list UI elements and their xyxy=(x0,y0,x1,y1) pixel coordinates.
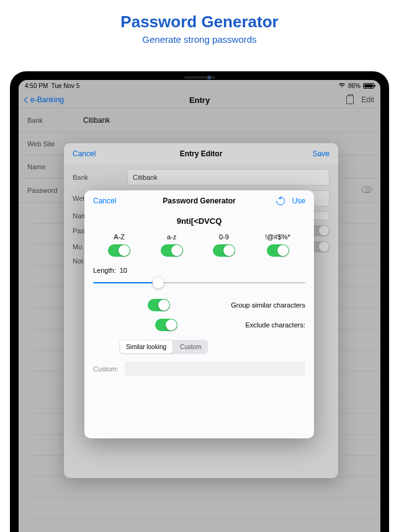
status-right: 86% xyxy=(338,82,374,89)
switch-sym[interactable] xyxy=(267,244,289,257)
device-camera xyxy=(207,76,211,79)
toggle-digit: 0-9 xyxy=(213,233,235,257)
length-slider[interactable] xyxy=(93,277,305,289)
slider-thumb[interactable] xyxy=(153,277,164,288)
bank-input[interactable]: Citibank xyxy=(127,169,330,185)
nav-bar: e-Banking Entry Edit xyxy=(19,92,380,109)
back-label: e-Banking xyxy=(30,95,64,104)
generated-password: 9nti[<DVCQ xyxy=(84,211,314,233)
field-label: Bank xyxy=(27,117,83,124)
custom-row: Custom: xyxy=(84,354,314,384)
toggle-label: 0-9 xyxy=(213,233,235,241)
device-screen: 4:50 PM Tue Nov 5 86% e-Banking Entry Ed… xyxy=(19,80,380,532)
length-label: Length: xyxy=(93,267,116,274)
modal-title: Entry Editor xyxy=(180,149,223,158)
toggle-sym: !@#$%* xyxy=(265,233,290,257)
toggle-upper: A-Z xyxy=(108,233,130,257)
promo-subtitle: Generate strong passwords xyxy=(0,34,399,45)
editor-row-bank: Bank Citibank xyxy=(64,169,338,185)
field-value: Citibank xyxy=(83,116,110,125)
entry-row-bank: Bank Citibank xyxy=(19,109,380,133)
modal-header: Cancel Password Generator Use xyxy=(84,190,314,211)
switch-digit[interactable] xyxy=(213,244,235,257)
field-label: Bank xyxy=(73,174,127,181)
exclude-row: Exclude characters: xyxy=(84,315,314,335)
switch-group[interactable] xyxy=(148,299,170,311)
custom-label: Custom: xyxy=(93,365,119,373)
use-button[interactable]: Use xyxy=(292,197,305,205)
eye-icon[interactable] xyxy=(362,186,372,195)
chevron-left-icon xyxy=(24,97,30,103)
seg-similar[interactable]: Similar looking xyxy=(120,340,173,353)
password-generator-modal: Cancel Password Generator Use 9nti[<DVCQ… xyxy=(84,190,314,438)
exclude-segmented[interactable]: Similar looking Custom xyxy=(119,340,208,354)
slider-fill xyxy=(93,282,157,283)
ipad-frame: 4:50 PM Tue Nov 5 86% e-Banking Entry Ed… xyxy=(10,71,389,532)
back-button[interactable]: e-Banking xyxy=(25,95,64,104)
custom-input[interactable] xyxy=(125,361,305,376)
refresh-icon[interactable] xyxy=(274,195,287,207)
status-time: 4:50 PM Tue Nov 5 xyxy=(25,82,79,89)
battery-icon xyxy=(363,83,374,89)
cancel-button[interactable]: Cancel xyxy=(73,149,96,158)
toggle-label: a-z xyxy=(161,233,183,241)
trash-icon[interactable] xyxy=(346,95,354,104)
modal-header: Cancel Entry Editor Save xyxy=(64,143,338,164)
save-button[interactable]: Save xyxy=(313,149,330,158)
promo-header: Password Generator Generate strong passw… xyxy=(0,0,399,52)
promo-title: Password Generator xyxy=(0,12,399,32)
status-bar: 4:50 PM Tue Nov 5 86% xyxy=(19,80,380,92)
length-value: 10 xyxy=(120,267,127,274)
switch-exclude[interactable] xyxy=(155,319,177,331)
group-similar-row: Group similar characters xyxy=(84,295,314,315)
wifi-icon xyxy=(338,82,346,89)
group-label: Group similar characters xyxy=(231,301,305,309)
toggle-label: A-Z xyxy=(108,233,130,241)
nav-title: Entry xyxy=(189,95,210,105)
toggle-label: !@#$%* xyxy=(265,233,290,241)
switch-lower[interactable] xyxy=(161,244,183,257)
seg-custom[interactable]: Custom xyxy=(173,340,208,354)
charset-toggles: A-Z a-z 0-9 !@#$%* xyxy=(84,233,314,257)
switch-upper[interactable] xyxy=(108,244,130,257)
modal-title: Password Generator xyxy=(163,197,235,205)
toggle-lower: a-z xyxy=(161,233,183,257)
battery-percent: 86% xyxy=(348,82,361,89)
cancel-button[interactable]: Cancel xyxy=(93,197,116,205)
exclude-label: Exclude characters: xyxy=(245,321,305,329)
length-row: Length: 10 xyxy=(84,257,314,277)
edit-button[interactable]: Edit xyxy=(361,95,374,104)
